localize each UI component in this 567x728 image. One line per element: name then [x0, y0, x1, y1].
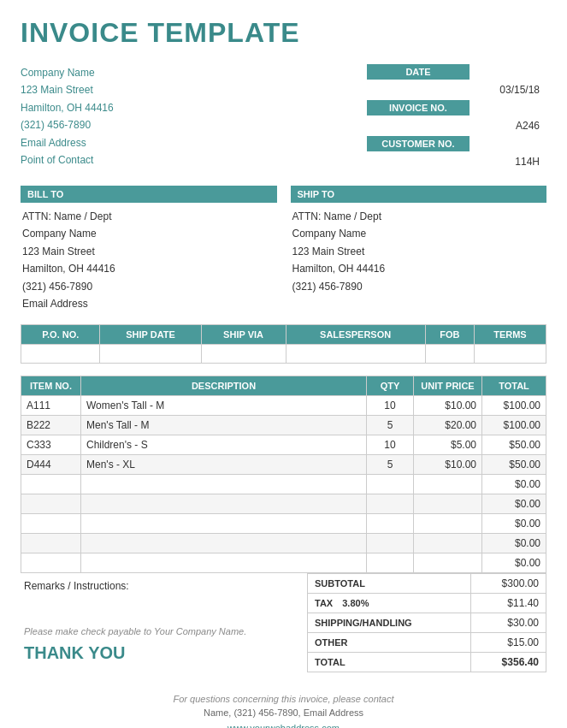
date-value: 03/15/18 [367, 81, 546, 98]
invoice-no-value-row: A246 [367, 117, 546, 134]
items-col-description: DESCRIPTION [81, 376, 367, 396]
company-info: Company Name 123 Main Street Hamilton, O… [21, 64, 114, 172]
subtotal-row: SUBTOTAL $300.00 [308, 574, 546, 594]
thank-you: THANK YOU [24, 643, 304, 663]
bill-to-header: BILL TO [21, 186, 277, 203]
company-phone: (321) 456-7890 [21, 116, 114, 133]
other-label: OTHER [308, 633, 471, 653]
tax-value: $11.40 [470, 594, 546, 613]
items-col-qty: QTY [367, 376, 414, 396]
company-contact: Point of Contact [21, 151, 114, 169]
totals-col: SUBTOTAL $300.00 TAX 3.80% $11.40 SHIPPI… [307, 573, 546, 672]
ship-company: Company Name [291, 225, 547, 242]
date-label: DATE [367, 64, 470, 80]
customer-no-value-row: 114H [367, 153, 546, 170]
po-col-ship-via: SHIP VIA [201, 325, 286, 345]
company-city: Hamilton, OH 44416 [21, 99, 114, 116]
po-row [21, 345, 546, 364]
tax-rate: 3.80% [342, 598, 369, 608]
company-address: 123 Main Street [21, 81, 114, 98]
subtotal-label: SUBTOTAL [308, 574, 471, 594]
customer-no-label: CUSTOMER NO. [367, 136, 470, 151]
item-row: C333 Children's - S 10 $5.00 $50.00 [21, 435, 546, 455]
bill-attn: ATTN: Name / Dept [21, 208, 277, 225]
ship-attn: ATTN: Name / Dept [291, 208, 547, 225]
subtotal-value: $300.00 [470, 574, 546, 594]
item-row: $0.00 [21, 534, 546, 553]
item-row: $0.00 [21, 494, 546, 514]
ship-to-box: SHIP TO ATTN: Name / Dept Company Name 1… [291, 186, 547, 312]
remarks-col: Remarks / Instructions: Please make chec… [21, 573, 307, 673]
po-col-salesperson: SALESPERSON [286, 325, 425, 345]
footer-website: www.yourwebaddress.com [21, 723, 546, 728]
bill-to-box: BILL TO ATTN: Name / Dept Company Name 1… [21, 186, 277, 312]
invoice-title: INVOICE TEMPLATE [21, 17, 546, 49]
total-label: TOTAL [308, 653, 471, 672]
ship-to-address: ATTN: Name / Dept Company Name 123 Main … [291, 208, 547, 295]
date-value-row: 03/15/18 [367, 81, 546, 98]
customer-no-row: CUSTOMER NO. [367, 136, 546, 151]
bill-address: 123 Main Street [21, 243, 277, 260]
footer-contact-info: Name, (321) 456-7890, Email Address [21, 707, 546, 718]
company-name: Company Name [21, 64, 114, 81]
total-row: TOTAL $356.40 [308, 653, 546, 672]
po-col-fob: FOB [425, 325, 474, 345]
ship-phone: (321) 456-7890 [291, 278, 547, 295]
remarks-label: Remarks / Instructions: [24, 580, 129, 592]
shipping-row: SHIPPING/HANDLING $30.00 [308, 613, 546, 633]
item-row: $0.00 [21, 553, 546, 573]
ship-to-header: SHIP TO [291, 186, 547, 203]
invoice-no-value: A246 [367, 117, 546, 134]
items-col-item-no: ITEM NO. [21, 376, 81, 396]
bill-ship-section: BILL TO ATTN: Name / Dept Company Name 1… [21, 186, 546, 312]
ship-address: 123 Main Street [291, 243, 547, 260]
footer-bottom: For questions concerning this invoice, p… [21, 694, 546, 728]
customer-no-value: 114H [367, 153, 546, 170]
item-row: $0.00 [21, 475, 546, 494]
payment-note: Please make check payable to Your Compan… [24, 626, 304, 636]
bill-email: Email Address [21, 295, 277, 312]
items-table: ITEM NO. DESCRIPTION QTY UNIT PRICE TOTA… [21, 376, 546, 573]
footer-left-area: Please make check payable to Your Compan… [24, 626, 304, 663]
tax-row: TAX 3.80% $11.40 [308, 594, 546, 613]
invoice-no-row: INVOICE NO. [367, 100, 546, 115]
company-email: Email Address [21, 134, 114, 151]
bottom-row: Remarks / Instructions: Please make chec… [21, 573, 546, 673]
invoice-no-label: INVOICE NO. [367, 100, 470, 115]
bill-company: Company Name [21, 225, 277, 242]
shipping-value: $30.00 [470, 613, 546, 633]
po-col-ship-date: SHIP DATE [100, 325, 201, 345]
bill-to-address: ATTN: Name / Dept Company Name 123 Main … [21, 208, 277, 312]
po-col-terms: TERMS [474, 325, 546, 345]
other-row: OTHER $15.00 [308, 633, 546, 653]
items-col-total: TOTAL [482, 376, 546, 396]
totals-table: SUBTOTAL $300.00 TAX 3.80% $11.40 SHIPPI… [307, 573, 546, 672]
item-row: B222 Men's Tall - M 5 $20.00 $100.00 [21, 416, 546, 435]
item-row: $0.00 [21, 514, 546, 534]
footer-contact-note: For questions concerning this invoice, p… [21, 694, 546, 704]
invoice-meta: DATE 03/15/18 INVOICE NO. A246 CUSTOMER … [367, 64, 546, 172]
po-table: P.O. NO. SHIP DATE SHIP VIA SALESPERSON … [21, 324, 546, 364]
bill-city: Hamilton, OH 44416 [21, 260, 277, 277]
other-value: $15.00 [470, 633, 546, 653]
tax-label: TAX 3.80% [308, 594, 471, 613]
item-row: D444 Men's - XL 5 $10.00 $50.00 [21, 455, 546, 475]
po-col-po-no: P.O. NO. [21, 325, 100, 345]
shipping-label: SHIPPING/HANDLING [308, 613, 471, 633]
items-col-unit-price: UNIT PRICE [414, 376, 482, 396]
total-value: $356.40 [470, 653, 546, 672]
date-row: DATE [367, 64, 546, 80]
bill-phone: (321) 456-7890 [21, 278, 277, 295]
item-row: A111 Women's Tall - M 10 $10.00 $100.00 [21, 396, 546, 416]
ship-city: Hamilton, OH 44416 [291, 260, 547, 277]
